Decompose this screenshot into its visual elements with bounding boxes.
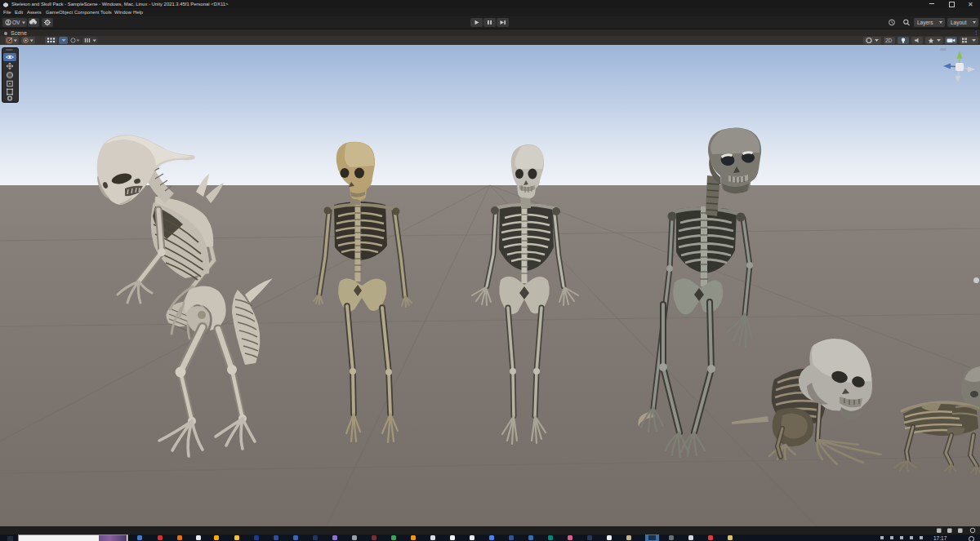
svg-text:2D: 2D xyxy=(885,38,893,43)
svg-text:OV: OV xyxy=(12,20,20,25)
